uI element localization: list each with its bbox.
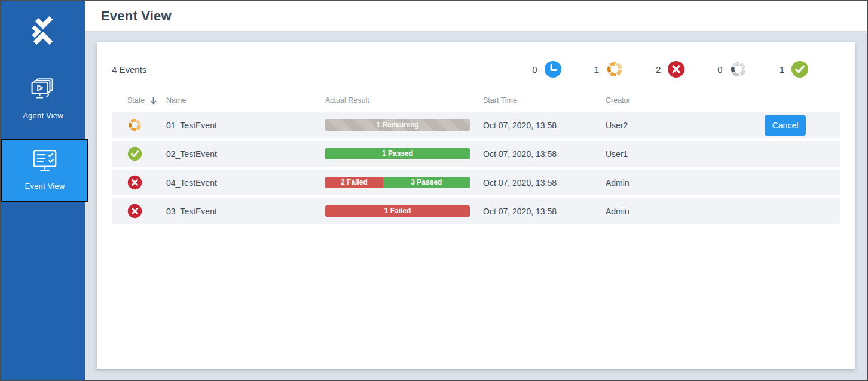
- counter-in-progress[interactable]: 0: [717, 60, 747, 78]
- card-header: 4 Events 0 1: [97, 42, 855, 78]
- creator: User2: [606, 121, 765, 130]
- error-icon: [667, 60, 685, 78]
- result-segment-passed: 3 Passed: [383, 177, 470, 188]
- counter-value: 2: [656, 64, 661, 75]
- event-name: 01_TestEvent: [166, 121, 325, 130]
- counter-waiting[interactable]: 0: [532, 60, 561, 78]
- events-count-label: 4 Events: [112, 64, 146, 75]
- cancel-button[interactable]: Cancel: [765, 115, 806, 136]
- state-running-icon: [127, 118, 142, 133]
- state-error-icon: [127, 204, 142, 219]
- counter-value: 0: [532, 64, 537, 75]
- result-bar: 2 Failed 3 Passed: [325, 177, 470, 188]
- agent-view-icon: [29, 77, 57, 105]
- counter-value: 0: [717, 64, 722, 75]
- sidebar-nav: Agent View Event View: [1, 68, 85, 202]
- column-header-result[interactable]: Actual Result: [325, 96, 483, 105]
- table-row: 03_TestEvent 1 Failed Oct 07, 2020, 13:5…: [112, 198, 840, 224]
- event-name: 02_TestEvent: [166, 149, 325, 159]
- counter-value: 1: [594, 64, 599, 75]
- events-card: 4 Events 0 1: [97, 42, 855, 369]
- counter-value: 1: [780, 64, 784, 75]
- event-name: 04_TestEvent: [166, 178, 325, 188]
- sidebar-item-agent-view[interactable]: Agent View: [1, 68, 85, 130]
- event-name: 03_TestEvent: [166, 207, 325, 216]
- column-header-start-time[interactable]: Start Time: [483, 96, 606, 105]
- table-row: 02_TestEvent 1 Passed Oct 07, 2020, 13:5…: [112, 141, 840, 167]
- result-segment-remaining: 1 Remaining: [325, 119, 470, 131]
- result-bar: 1 Remaining: [325, 119, 470, 131]
- counter-failed[interactable]: 2: [656, 60, 685, 78]
- result-segment-failed: 2 Failed: [325, 177, 383, 188]
- status-counters: 0 1: [532, 60, 840, 78]
- start-time: Oct 07, 2020, 13:58: [483, 121, 606, 130]
- spinner-orange-icon: [606, 60, 624, 78]
- table-row: 01_TestEvent 1 Remaining Oct 07, 2020, 1…: [112, 112, 840, 138]
- table-row: 04_TestEvent 2 Failed 3 Passed Oct 07, 2…: [112, 170, 840, 195]
- creator: Admin: [606, 178, 765, 188]
- sidebar-item-event-view[interactable]: Event View: [1, 139, 88, 202]
- start-time: Oct 07, 2020, 13:58: [483, 207, 606, 216]
- result-segment-failed: 1 Failed: [325, 205, 470, 217]
- success-icon: [791, 60, 809, 78]
- result-bar: 1 Passed: [325, 148, 470, 159]
- event-view-icon: [31, 149, 59, 176]
- sidebar-item-label: Event View: [25, 182, 65, 190]
- column-label: State: [127, 96, 145, 105]
- clock-icon: [544, 60, 562, 78]
- creator: User1: [606, 149, 765, 159]
- table-header: State Name Actual Result Start Time Crea…: [97, 96, 855, 105]
- column-header-state[interactable]: State: [112, 96, 166, 105]
- sidebar-item-label: Agent View: [23, 111, 63, 120]
- main-area: Event View 4 Events 0: [85, 1, 867, 380]
- sort-descending-icon[interactable]: [150, 97, 157, 105]
- creator: Admin: [606, 207, 765, 216]
- page-title: Event View: [101, 8, 172, 24]
- start-time: Oct 07, 2020, 13:58: [483, 178, 606, 188]
- counter-passed[interactable]: 1: [780, 60, 809, 78]
- app-window: Agent View Event View: [0, 0, 868, 381]
- column-header-name[interactable]: Name: [166, 96, 325, 105]
- app-logo[interactable]: [29, 16, 57, 48]
- start-time: Oct 07, 2020, 13:58: [483, 149, 606, 159]
- spinner-gray-icon: [729, 60, 747, 78]
- state-success-icon: [127, 146, 142, 161]
- tricentis-x-logo-icon: [29, 15, 57, 48]
- state-error-icon: [127, 175, 142, 190]
- table-body: 01_TestEvent 1 Remaining Oct 07, 2020, 1…: [97, 112, 855, 224]
- content-area: 4 Events 0 1: [85, 32, 867, 380]
- sidebar: Agent View Event View: [1, 1, 85, 380]
- top-bar: Event View: [85, 1, 867, 32]
- result-bar: 1 Failed: [325, 205, 470, 217]
- result-segment-passed: 1 Passed: [325, 148, 470, 159]
- column-header-creator[interactable]: Creator: [606, 96, 765, 105]
- counter-running[interactable]: 1: [594, 60, 624, 78]
